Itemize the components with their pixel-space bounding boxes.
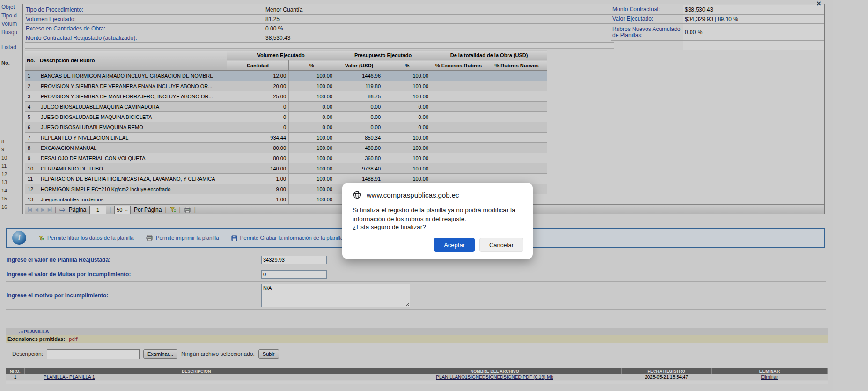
dialog-origin-row: www.compraspublicas.gob.ec	[353, 190, 523, 199]
dialog-question: ¿Esta seguro de finalizar?	[353, 223, 523, 230]
aceptar-button[interactable]: Aceptar	[434, 238, 475, 252]
cancelar-button[interactable]: Cancelar	[479, 238, 523, 252]
dialog-origin-text: www.compraspublicas.gob.ec	[367, 191, 459, 199]
globe-icon	[353, 190, 362, 199]
confirm-dialog: www.compraspublicas.gob.ec Si finaliza e…	[342, 183, 533, 259]
dialog-buttons: Aceptar Cancelar	[353, 238, 523, 252]
dialog-message: Si finaliza el registro de la planilla y…	[353, 206, 525, 223]
planilla-page: ObjetTipo dVolumBusquListadNo.8910111213…	[0, 0, 868, 391]
